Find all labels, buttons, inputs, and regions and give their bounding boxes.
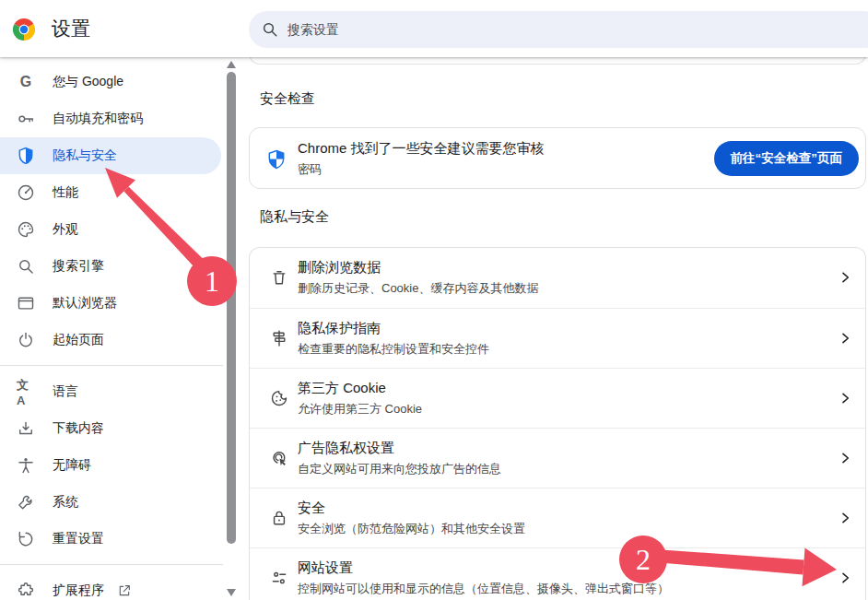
tune-icon	[270, 569, 288, 587]
sidebar-item-search-engine[interactable]: 搜索引擎	[0, 248, 221, 285]
sidebar-item-accessibility[interactable]: 无障碍	[0, 447, 221, 484]
sidebar-item-label: 语言	[53, 383, 78, 400]
row-title: 第三方 Cookie	[298, 380, 386, 397]
sidebar-item-on-startup[interactable]: 起始页面	[0, 322, 221, 359]
sidebar-item-default-browser[interactable]: 默认浏览器	[0, 285, 221, 322]
wrench-icon	[17, 493, 35, 512]
settings-row-site-settings[interactable]: 网站设置控制网站可以使用和显示的信息（位置信息、摄像头、弹出式窗口等）	[250, 547, 865, 600]
row-subtitle: 删除历史记录、Cookie、缓存内容及其他数据	[298, 280, 538, 297]
go-to-safety-check-button[interactable]: 前往“安全检查”页面	[714, 141, 860, 176]
puzzle-icon	[17, 582, 35, 600]
sidebar-item-languages[interactable]: 文A语言	[0, 373, 221, 410]
sidebar-item-extensions[interactable]: 扩展程序	[0, 572, 221, 600]
scrollbar-thumb[interactable]	[227, 72, 236, 544]
sidebar-item-label: 重置设置	[53, 531, 104, 547]
settings-row-ad-privacy[interactable]: 广告隐私权设置自定义网站可用来向您投放广告的信息	[250, 428, 865, 488]
settings-header: 设置	[0, 0, 868, 57]
sidebar-item-label: 性能	[53, 184, 78, 201]
signpost-icon	[270, 329, 288, 347]
privacy-settings-list: 删除浏览数据删除历史记录、Cookie、缓存内容及其他数据隐私保护指南检查重要的…	[249, 247, 866, 600]
safety-card-title: Chrome 找到了一些安全建议需要您审核	[298, 140, 545, 158]
row-subtitle: 控制网站可以使用和显示的信息（位置信息、摄像头、弹出式窗口等）	[298, 581, 669, 597]
browser-icon	[17, 294, 35, 312]
ads-click-icon	[270, 449, 288, 467]
sidebar-item-label: 搜索引擎	[53, 258, 104, 275]
sidebar-item-label: 下载内容	[53, 420, 104, 437]
reset-icon	[17, 530, 35, 548]
chevron-right-icon	[838, 391, 852, 406]
sidebar: G您与 Google自动填充和密码隐私与安全性能外观搜索引擎默认浏览器起始页面文…	[0, 57, 225, 600]
speedometer-icon	[17, 183, 35, 202]
sidebar-item-downloads[interactable]: 下载内容	[0, 410, 221, 447]
trash-icon	[270, 268, 288, 287]
sidebar-item-autofill[interactable]: 自动填充和密码	[0, 100, 221, 137]
row-subtitle: 安全浏览（防范危险网站）和其他安全设置	[298, 521, 525, 537]
settings-row-third-party-cookies[interactable]: 第三方 Cookie允许使用第三方 Cookie	[250, 368, 865, 428]
row-title: 删除浏览数据	[298, 259, 381, 276]
chevron-right-icon	[838, 270, 852, 285]
content-scrollbar[interactable]	[225, 57, 239, 600]
accessibility-icon	[17, 456, 35, 475]
row-subtitle: 检查重要的隐私控制设置和安全控件	[298, 341, 489, 358]
sidebar-divider	[0, 564, 223, 565]
sidebar-item-privacy-security[interactable]: 隐私与安全	[0, 137, 221, 174]
chevron-right-icon	[838, 511, 852, 525]
row-subtitle: 自定义网站可用来向您投放广告的信息	[298, 461, 501, 477]
sidebar-item-appearance[interactable]: 外观	[0, 211, 221, 248]
page-title: 设置	[52, 16, 90, 41]
key-icon	[17, 110, 35, 128]
chrome-logo-icon	[13, 18, 35, 41]
external-link-icon	[117, 583, 132, 598]
row-title: 安全	[298, 500, 325, 517]
google-g-icon: G	[17, 73, 35, 91]
search-input[interactable]	[287, 22, 748, 37]
sidebar-item-label: 系统	[53, 494, 78, 511]
sidebar-item-label: 扩展程序	[53, 582, 104, 599]
sidebar-item-label: 您与 Google	[53, 74, 123, 90]
previous-card-edge	[249, 57, 866, 65]
settings-row-privacy-guide[interactable]: 隐私保护指南检查重要的隐私控制设置和安全控件	[250, 308, 865, 368]
power-icon	[17, 331, 35, 349]
search-icon	[17, 257, 35, 276]
sidebar-item-label: 无障碍	[53, 457, 91, 474]
search-icon	[262, 21, 278, 38]
row-title: 网站设置	[298, 559, 353, 577]
download-icon	[17, 419, 35, 438]
scroll-up-arrow[interactable]	[227, 61, 236, 68]
lock-icon	[270, 509, 288, 527]
settings-content: 安全检查 Chrome 找到了一些安全建议需要您审核 密码 前往“安全检查”页面…	[239, 57, 868, 600]
sidebar-item-label: 起始页面	[53, 332, 104, 348]
translate-icon: 文A	[17, 382, 35, 401]
sidebar-item-performance[interactable]: 性能	[0, 174, 221, 211]
sidebar-item-system[interactable]: 系统	[0, 484, 221, 521]
scroll-down-arrow[interactable]	[227, 589, 236, 596]
chevron-right-icon	[838, 331, 852, 346]
settings-search-box[interactable]	[249, 11, 868, 48]
safety-check-section-label: 安全检查	[260, 90, 315, 108]
sidebar-item-label: 自动填充和密码	[53, 111, 143, 127]
chevron-right-icon	[838, 451, 852, 465]
row-title: 广告隐私权设置	[298, 440, 394, 457]
palette-icon	[17, 220, 35, 239]
cookie-icon	[270, 389, 288, 407]
row-title: 隐私保护指南	[298, 320, 381, 337]
sidebar-item-you-and-google[interactable]: G您与 Google	[0, 64, 221, 100]
safety-shield-icon	[266, 149, 287, 170]
sidebar-item-label: 默认浏览器	[53, 295, 117, 312]
shield-icon	[17, 147, 35, 165]
safety-check-card: Chrome 找到了一些安全建议需要您审核 密码 前往“安全检查”页面	[249, 127, 866, 189]
sidebar-item-label: 外观	[53, 221, 78, 238]
safety-card-subtitle: 密码	[298, 161, 322, 178]
sidebar-divider	[0, 365, 223, 366]
sidebar-item-label: 隐私与安全	[53, 147, 117, 164]
row-subtitle: 允许使用第三方 Cookie	[298, 401, 422, 418]
privacy-section-label: 隐私与安全	[260, 208, 329, 226]
chevron-right-icon	[838, 571, 852, 585]
settings-row-security[interactable]: 安全安全浏览（防范危险网站）和其他安全设置	[250, 488, 865, 547]
sidebar-item-reset-settings[interactable]: 重置设置	[0, 521, 221, 558]
settings-row-delete-browsing-data[interactable]: 删除浏览数据删除历史记录、Cookie、缓存内容及其他数据	[250, 248, 865, 308]
